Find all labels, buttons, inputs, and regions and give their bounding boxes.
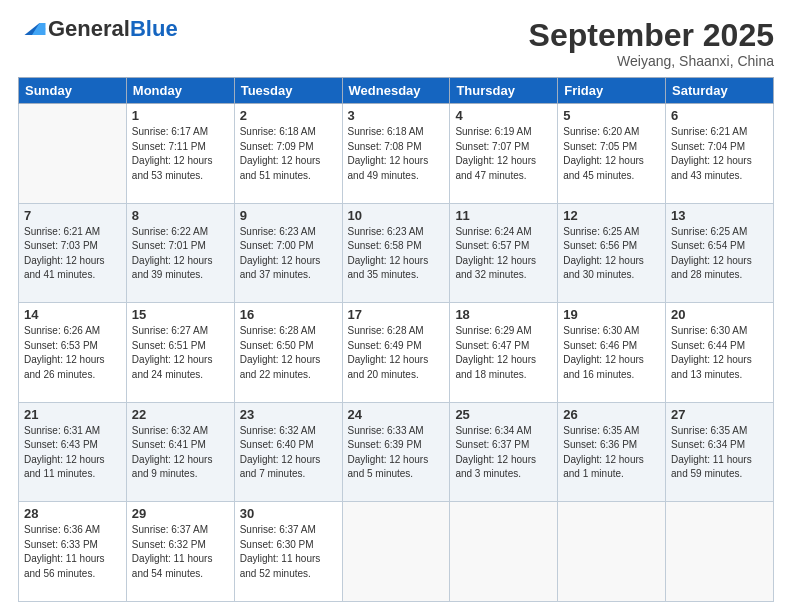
calendar-cell: 20Sunrise: 6:30 AM Sunset: 6:44 PM Dayli… — [666, 303, 774, 403]
calendar-cell: 30Sunrise: 6:37 AM Sunset: 6:30 PM Dayli… — [234, 502, 342, 602]
cell-content: Sunrise: 6:31 AM Sunset: 6:43 PM Dayligh… — [24, 424, 121, 482]
calendar-cell: 22Sunrise: 6:32 AM Sunset: 6:41 PM Dayli… — [126, 402, 234, 502]
cell-content: Sunrise: 6:18 AM Sunset: 7:08 PM Dayligh… — [348, 125, 445, 183]
calendar-cell: 13Sunrise: 6:25 AM Sunset: 6:54 PM Dayli… — [666, 203, 774, 303]
calendar-cell — [342, 502, 450, 602]
cell-content: Sunrise: 6:34 AM Sunset: 6:37 PM Dayligh… — [455, 424, 552, 482]
cell-content: Sunrise: 6:33 AM Sunset: 6:39 PM Dayligh… — [348, 424, 445, 482]
cell-content: Sunrise: 6:18 AM Sunset: 7:09 PM Dayligh… — [240, 125, 337, 183]
calendar-cell — [558, 502, 666, 602]
day-number: 2 — [240, 108, 337, 123]
calendar-cell: 7Sunrise: 6:21 AM Sunset: 7:03 PM Daylig… — [19, 203, 127, 303]
day-number: 13 — [671, 208, 768, 223]
calendar-week-row: 21Sunrise: 6:31 AM Sunset: 6:43 PM Dayli… — [19, 402, 774, 502]
cell-content: Sunrise: 6:35 AM Sunset: 6:34 PM Dayligh… — [671, 424, 768, 482]
cell-content: Sunrise: 6:23 AM Sunset: 7:00 PM Dayligh… — [240, 225, 337, 283]
cell-content: Sunrise: 6:27 AM Sunset: 6:51 PM Dayligh… — [132, 324, 229, 382]
calendar-cell: 5Sunrise: 6:20 AM Sunset: 7:05 PM Daylig… — [558, 104, 666, 204]
calendar-table: SundayMondayTuesdayWednesdayThursdayFrid… — [18, 77, 774, 602]
cell-content: Sunrise: 6:32 AM Sunset: 6:40 PM Dayligh… — [240, 424, 337, 482]
day-header-monday: Monday — [126, 78, 234, 104]
calendar-cell: 8Sunrise: 6:22 AM Sunset: 7:01 PM Daylig… — [126, 203, 234, 303]
calendar-cell: 18Sunrise: 6:29 AM Sunset: 6:47 PM Dayli… — [450, 303, 558, 403]
day-header-thursday: Thursday — [450, 78, 558, 104]
title-block: September 2025 Weiyang, Shaanxi, China — [529, 18, 774, 69]
cell-content: Sunrise: 6:35 AM Sunset: 6:36 PM Dayligh… — [563, 424, 660, 482]
day-number: 25 — [455, 407, 552, 422]
day-number: 4 — [455, 108, 552, 123]
calendar-cell: 24Sunrise: 6:33 AM Sunset: 6:39 PM Dayli… — [342, 402, 450, 502]
calendar-cell: 26Sunrise: 6:35 AM Sunset: 6:36 PM Dayli… — [558, 402, 666, 502]
cell-content: Sunrise: 6:23 AM Sunset: 6:58 PM Dayligh… — [348, 225, 445, 283]
calendar-week-row: 28Sunrise: 6:36 AM Sunset: 6:33 PM Dayli… — [19, 502, 774, 602]
calendar-cell — [666, 502, 774, 602]
day-header-friday: Friday — [558, 78, 666, 104]
day-number: 30 — [240, 506, 337, 521]
calendar-cell: 9Sunrise: 6:23 AM Sunset: 7:00 PM Daylig… — [234, 203, 342, 303]
cell-content: Sunrise: 6:26 AM Sunset: 6:53 PM Dayligh… — [24, 324, 121, 382]
calendar-cell: 1Sunrise: 6:17 AM Sunset: 7:11 PM Daylig… — [126, 104, 234, 204]
calendar-cell: 2Sunrise: 6:18 AM Sunset: 7:09 PM Daylig… — [234, 104, 342, 204]
day-number: 9 — [240, 208, 337, 223]
logo-icon — [18, 20, 46, 38]
day-number: 12 — [563, 208, 660, 223]
day-header-sunday: Sunday — [19, 78, 127, 104]
logo-text: GeneralBlue — [48, 18, 178, 40]
calendar-page: GeneralBlue September 2025 Weiyang, Shaa… — [0, 0, 792, 612]
calendar-cell: 14Sunrise: 6:26 AM Sunset: 6:53 PM Dayli… — [19, 303, 127, 403]
calendar-week-row: 7Sunrise: 6:21 AM Sunset: 7:03 PM Daylig… — [19, 203, 774, 303]
cell-content: Sunrise: 6:19 AM Sunset: 7:07 PM Dayligh… — [455, 125, 552, 183]
cell-content: Sunrise: 6:17 AM Sunset: 7:11 PM Dayligh… — [132, 125, 229, 183]
cell-content: Sunrise: 6:21 AM Sunset: 7:04 PM Dayligh… — [671, 125, 768, 183]
calendar-cell: 3Sunrise: 6:18 AM Sunset: 7:08 PM Daylig… — [342, 104, 450, 204]
calendar-cell: 4Sunrise: 6:19 AM Sunset: 7:07 PM Daylig… — [450, 104, 558, 204]
calendar-cell: 17Sunrise: 6:28 AM Sunset: 6:49 PM Dayli… — [342, 303, 450, 403]
calendar-cell — [450, 502, 558, 602]
day-number: 8 — [132, 208, 229, 223]
day-number: 1 — [132, 108, 229, 123]
calendar-cell: 27Sunrise: 6:35 AM Sunset: 6:34 PM Dayli… — [666, 402, 774, 502]
day-number: 17 — [348, 307, 445, 322]
logo-blue: Blue — [130, 16, 178, 41]
logo: GeneralBlue — [18, 18, 178, 40]
day-header-wednesday: Wednesday — [342, 78, 450, 104]
cell-content: Sunrise: 6:20 AM Sunset: 7:05 PM Dayligh… — [563, 125, 660, 183]
header: GeneralBlue September 2025 Weiyang, Shaa… — [18, 18, 774, 69]
cell-content: Sunrise: 6:30 AM Sunset: 6:46 PM Dayligh… — [563, 324, 660, 382]
day-number: 19 — [563, 307, 660, 322]
cell-content: Sunrise: 6:24 AM Sunset: 6:57 PM Dayligh… — [455, 225, 552, 283]
cell-content: Sunrise: 6:30 AM Sunset: 6:44 PM Dayligh… — [671, 324, 768, 382]
calendar-cell: 19Sunrise: 6:30 AM Sunset: 6:46 PM Dayli… — [558, 303, 666, 403]
calendar-cell: 28Sunrise: 6:36 AM Sunset: 6:33 PM Dayli… — [19, 502, 127, 602]
day-number: 20 — [671, 307, 768, 322]
calendar-header-row: SundayMondayTuesdayWednesdayThursdayFrid… — [19, 78, 774, 104]
calendar-cell: 21Sunrise: 6:31 AM Sunset: 6:43 PM Dayli… — [19, 402, 127, 502]
day-number: 16 — [240, 307, 337, 322]
cell-content: Sunrise: 6:28 AM Sunset: 6:49 PM Dayligh… — [348, 324, 445, 382]
day-number: 18 — [455, 307, 552, 322]
calendar-cell — [19, 104, 127, 204]
month-title: September 2025 — [529, 18, 774, 53]
cell-content: Sunrise: 6:29 AM Sunset: 6:47 PM Dayligh… — [455, 324, 552, 382]
calendar-week-row: 14Sunrise: 6:26 AM Sunset: 6:53 PM Dayli… — [19, 303, 774, 403]
day-number: 26 — [563, 407, 660, 422]
cell-content: Sunrise: 6:28 AM Sunset: 6:50 PM Dayligh… — [240, 324, 337, 382]
cell-content: Sunrise: 6:21 AM Sunset: 7:03 PM Dayligh… — [24, 225, 121, 283]
day-number: 11 — [455, 208, 552, 223]
day-number: 21 — [24, 407, 121, 422]
cell-content: Sunrise: 6:25 AM Sunset: 6:54 PM Dayligh… — [671, 225, 768, 283]
day-number: 15 — [132, 307, 229, 322]
cell-content: Sunrise: 6:37 AM Sunset: 6:32 PM Dayligh… — [132, 523, 229, 581]
cell-content: Sunrise: 6:32 AM Sunset: 6:41 PM Dayligh… — [132, 424, 229, 482]
day-header-saturday: Saturday — [666, 78, 774, 104]
calendar-cell: 25Sunrise: 6:34 AM Sunset: 6:37 PM Dayli… — [450, 402, 558, 502]
calendar-cell: 16Sunrise: 6:28 AM Sunset: 6:50 PM Dayli… — [234, 303, 342, 403]
day-number: 24 — [348, 407, 445, 422]
day-number: 3 — [348, 108, 445, 123]
day-number: 22 — [132, 407, 229, 422]
cell-content: Sunrise: 6:22 AM Sunset: 7:01 PM Dayligh… — [132, 225, 229, 283]
calendar-cell: 10Sunrise: 6:23 AM Sunset: 6:58 PM Dayli… — [342, 203, 450, 303]
day-number: 7 — [24, 208, 121, 223]
calendar-week-row: 1Sunrise: 6:17 AM Sunset: 7:11 PM Daylig… — [19, 104, 774, 204]
cell-content: Sunrise: 6:37 AM Sunset: 6:30 PM Dayligh… — [240, 523, 337, 581]
